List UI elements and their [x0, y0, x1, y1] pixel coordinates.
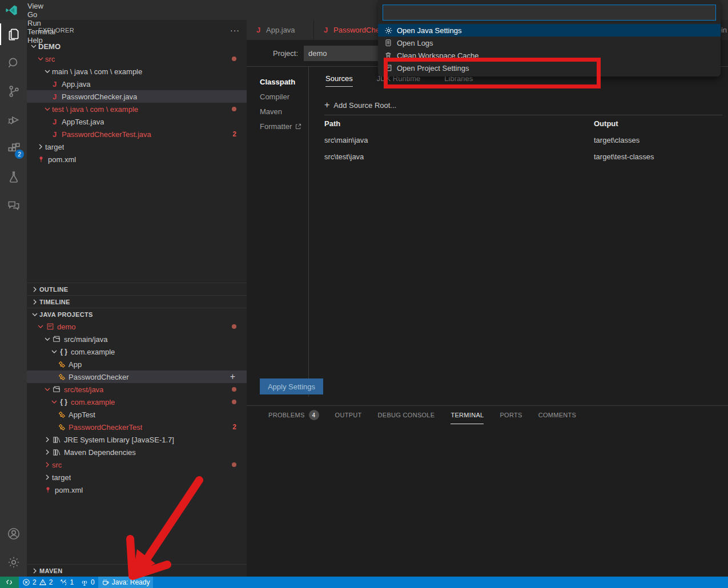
tree-item[interactable]: App: [27, 358, 247, 370]
more-actions-icon[interactable]: ···: [230, 26, 240, 35]
quick-pick-item[interactable]: Open Logs: [378, 37, 721, 49]
settings-tab[interactable]: Sources: [325, 74, 353, 87]
tree-item[interactable]: { } com.example: [27, 345, 247, 358]
tree-item[interactable]: src: [27, 458, 247, 471]
sources-table: Path Output src\main\java target\classes…: [324, 115, 722, 165]
tab-app-java[interactable]: J App.java: [247, 20, 314, 40]
tools-icon: [59, 578, 67, 586]
problems-status[interactable]: 2 2: [19, 577, 56, 588]
col-output: Output: [594, 119, 618, 128]
panel-tab[interactable]: DEBUG CONSOLE: [378, 406, 435, 424]
radio-tower-icon: [81, 578, 89, 586]
tree-item[interactable]: J App.java: [27, 78, 247, 90]
ports-status[interactable]: 0: [77, 577, 98, 588]
quick-pick-item[interactable]: Open Project Settings: [378, 62, 721, 74]
java-build-status[interactable]: 1: [56, 577, 77, 588]
chevron-right-icon: [36, 142, 45, 151]
chevron-down-icon: [43, 385, 52, 394]
tree-item[interactable]: pom.xml: [27, 153, 247, 166]
modified-dot: [232, 324, 236, 329]
panel-tab[interactable]: PROBLEMS 4: [268, 406, 319, 424]
tree-item[interactable]: J PasswordChecker.java: [27, 90, 247, 103]
menu-item[interactable]: Terminal: [22, 27, 63, 36]
tree-item[interactable]: pom.xml: [27, 484, 247, 496]
tree-item[interactable]: demo: [27, 320, 247, 333]
menu-item-label: View: [27, 2, 43, 10]
quick-pick-input-wrap: [383, 5, 716, 21]
settings-nav-item[interactable]: Compiler: [260, 89, 308, 104]
menu-item[interactable]: Run: [22, 19, 63, 27]
vscode-window: FileEditSelectionViewGoRunTerminalHelp 2: [0, 0, 728, 588]
quick-pick-input[interactable]: [383, 9, 715, 17]
tree-item[interactable]: J AppTest.java: [27, 115, 247, 128]
project-icon: [384, 63, 393, 73]
chevron-down-icon: [36, 322, 45, 331]
chevron-right-icon: [43, 448, 52, 457]
tree-item[interactable]: test \ java \ com \ example: [27, 103, 247, 115]
problem-count-badge: 2: [232, 130, 236, 138]
quick-pick-item[interactable]: Clean Workspace Cache: [378, 49, 721, 62]
tree-item[interactable]: src: [27, 53, 247, 65]
tree-item[interactable]: PasswordCheckerTest 2: [27, 421, 247, 433]
panel-tab[interactable]: TERMINAL: [451, 406, 484, 424]
project-label: Project:: [273, 49, 298, 58]
settings-nav-item[interactable]: Classpath: [260, 74, 308, 89]
section-maven[interactable]: MAVEN: [27, 564, 247, 577]
coffee-cup-icon: [102, 578, 110, 586]
comments-icon[interactable]: [0, 191, 27, 220]
section-timeline[interactable]: TIMELINE: [27, 295, 247, 308]
terminal-output[interactable]: [268, 431, 295, 461]
tree-item[interactable]: AppTest: [27, 408, 247, 421]
panel-tab[interactable]: OUTPUT: [335, 406, 362, 424]
plus-icon: +: [324, 100, 329, 110]
tree-item[interactable]: src/test/java: [27, 383, 247, 396]
tree-item[interactable]: Maven Dependencies: [27, 446, 247, 458]
menu-item[interactable]: Go: [22, 10, 63, 19]
extensions-badge: 2: [15, 150, 24, 159]
menu-item[interactable]: View: [22, 2, 63, 10]
tree-item[interactable]: target: [27, 140, 247, 153]
col-path: Path: [324, 119, 594, 128]
remote-indicator[interactable]: [0, 577, 19, 588]
apply-settings-button[interactable]: Apply Settings: [260, 378, 323, 394]
tree-item[interactable]: target: [27, 471, 247, 484]
settings-nav-item[interactable]: Maven: [260, 104, 308, 119]
chevron-right-icon: [43, 460, 52, 469]
table-header-row: Path Output: [324, 115, 722, 132]
modified-dot: [232, 57, 236, 61]
menu-item-label: Help: [27, 36, 43, 45]
folder-icon: [52, 335, 62, 344]
menu-item-label: Go: [27, 10, 37, 19]
run-debug-icon[interactable]: [0, 106, 27, 134]
settings-gear-icon[interactable]: [0, 548, 27, 577]
chevron-down-icon: [43, 67, 52, 76]
table-row[interactable]: src\main\java target\classes: [324, 132, 722, 148]
quick-pick-item[interactable]: Open Java Settings: [378, 24, 721, 37]
search-icon[interactable]: [0, 49, 27, 77]
settings-divider: [308, 67, 309, 397]
section-java-projects[interactable]: JAVA PROJECTS: [27, 308, 247, 320]
panel-tab[interactable]: COMMENTS: [538, 406, 577, 424]
account-icon[interactable]: [0, 519, 27, 548]
tree-item[interactable]: { } com.example: [27, 396, 247, 408]
source-control-icon[interactable]: [0, 77, 27, 106]
extensions-icon[interactable]: 2: [0, 134, 27, 163]
panel-tab[interactable]: PORTS: [500, 406, 522, 424]
section-outline[interactable]: OUTLINE: [27, 283, 247, 295]
tree-item[interactable]: PasswordChecker +: [27, 370, 247, 383]
tab-passwordchecker-java[interactable]: J PasswordChe: [314, 20, 387, 40]
tree-item[interactable]: main \ java \ com \ example: [27, 65, 247, 78]
package-icon: { }: [59, 347, 69, 356]
tree-item[interactable]: J PasswordCheckerTest.java 2: [27, 128, 247, 140]
java-ready-status[interactable]: Java: Ready: [98, 577, 154, 588]
inline-plus-action[interactable]: +: [230, 372, 235, 382]
menu-item[interactable]: Help: [22, 36, 63, 45]
tree-item[interactable]: JRE System Library [JavaSE-1.7]: [27, 433, 247, 446]
tree-item[interactable]: src/main/java: [27, 333, 247, 345]
testing-icon[interactable]: [0, 163, 27, 191]
class-icon: [57, 422, 66, 432]
add-source-root-button[interactable]: + Add Source Root...: [324, 100, 396, 110]
chevron-right-icon: [43, 473, 52, 482]
table-row[interactable]: src\test\java target\test-classes: [324, 148, 722, 165]
settings-nav-item[interactable]: Formatter: [260, 119, 308, 134]
